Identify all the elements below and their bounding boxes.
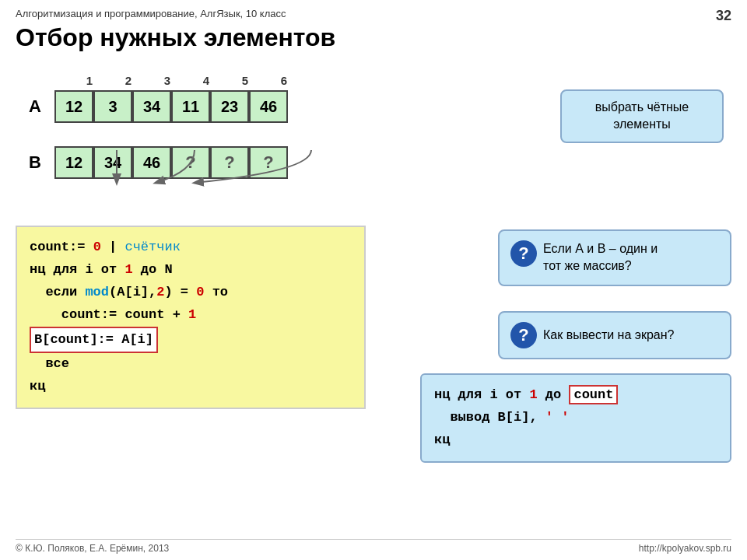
question-box-1: ? Если А и В – один итот же массив?: [498, 229, 731, 286]
question-circle-1: ?: [510, 240, 537, 267]
cell-b-4: ?: [171, 146, 210, 179]
col-index-1: 1: [70, 74, 109, 87]
code-line-2: нц для i от 1 до N: [30, 259, 352, 282]
cell-a-3: 34: [132, 90, 171, 123]
array-b-cells: 12 34 46 ? ? ?: [54, 146, 288, 179]
code-line-7: кц: [30, 376, 352, 398]
slide-title: Отбор нужных элементов: [16, 23, 731, 52]
code-line-1: count:= 0 | счётчик: [30, 236, 352, 259]
question1-text: Если А и В – один итот же массив?: [543, 240, 658, 275]
course-label: Алгоритмизация и программирование, АлгЯз…: [16, 8, 731, 19]
cell-a-1: 12: [54, 90, 93, 123]
col-index-4: 4: [187, 74, 226, 87]
callout-top: выбрать чётные элементы: [560, 89, 724, 143]
code-line-6: все: [30, 353, 352, 376]
highlighted-code: B[count]:= A[i]: [30, 327, 158, 354]
main-code-block: count:= 0 | счётчик нц для i от 1 до N е…: [16, 226, 366, 409]
bottom-code-block: нц для i от 1 до count вывод B[i], ' ' к…: [420, 373, 731, 463]
count-highlight: count: [569, 385, 618, 404]
callout-top-text: выбрать чётные элементы: [595, 100, 689, 131]
footer-left: © К.Ю. Поляков, Е.А. Ерёмин, 2013: [16, 543, 169, 554]
col-index-2: 2: [109, 74, 148, 87]
cell-a-6: 46: [249, 90, 288, 123]
question2-text: Как вывести на экран?: [543, 327, 674, 344]
bottom-code-line-3: кц: [434, 429, 717, 452]
code-line-3: если mod(A[i],2) = 0 то: [30, 282, 352, 304]
col-index-6: 6: [265, 74, 303, 87]
cell-b-6: ?: [249, 146, 288, 179]
array-a-cells: 12 3 34 11 23 46: [54, 90, 288, 123]
cell-b-2: 34: [93, 146, 132, 179]
col-index-3: 3: [148, 74, 187, 87]
code-line-5: B[count]:= A[i]: [30, 327, 352, 354]
array-a-label: A: [16, 96, 54, 117]
cell-b-3: 46: [132, 146, 171, 179]
footer-right: http://kpolyakov.spb.ru: [639, 543, 731, 554]
array-b-row: B 12 34 46 ? ? ?: [16, 146, 731, 179]
slide-number: 32: [716, 8, 731, 24]
cell-b-1: 12: [54, 146, 93, 179]
question-circle-2: ?: [510, 322, 537, 348]
col-index-5: 5: [226, 74, 265, 87]
cell-a-2: 3: [93, 90, 132, 123]
cell-a-4: 11: [171, 90, 210, 123]
question-box-2: ? Как вывести на экран?: [498, 311, 731, 359]
col-indices: 1 2 3 4 5 6: [70, 74, 731, 87]
cell-a-5: 23: [210, 90, 249, 123]
slide-page: 32 Алгоритмизация и программирование, Ал…: [0, 0, 747, 560]
array-b-label: B: [16, 152, 54, 173]
bottom-code-line-2: вывод B[i], ' ': [434, 407, 717, 429]
cell-b-5: ?: [210, 146, 249, 179]
footer: © К.Ю. Поляков, Е.А. Ерёмин, 2013 http:/…: [16, 539, 731, 554]
code-line-4: count:= count + 1: [30, 304, 352, 327]
bottom-code-line-1: нц для i от 1 до count: [434, 384, 717, 407]
